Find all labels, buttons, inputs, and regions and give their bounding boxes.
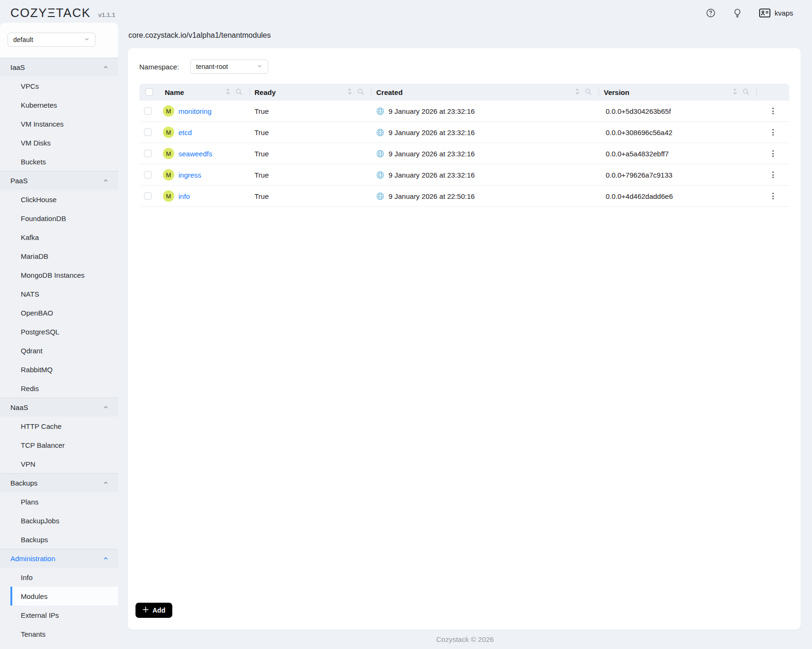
sidebar-item-vpn[interactable]: VPN <box>0 454 118 473</box>
sidebar-item-label: OpenBAO <box>21 309 53 317</box>
sidebar-item-mariadb[interactable]: MariaDB <box>0 247 118 265</box>
kebab-menu-icon[interactable] <box>770 169 777 180</box>
help-icon[interactable] <box>706 8 716 18</box>
sidebar-item-redis[interactable]: Redis <box>0 379 118 398</box>
module-name-link[interactable]: seaweedfs <box>178 150 212 158</box>
row-ready-cell: True <box>250 186 372 206</box>
sidebar-item-modules[interactable]: Modules <box>10 587 118 606</box>
sidebar-item-http-cache[interactable]: HTTP Cache <box>0 417 118 436</box>
sidebar-item-nats[interactable]: NATS <box>0 284 118 303</box>
column-header-version[interactable]: Version <box>599 84 757 101</box>
row-created-cell: 9 January 2026 at 23:32:16 <box>372 143 599 164</box>
sidebar-section-backups[interactable]: Backups <box>0 473 118 492</box>
sidebar-section-administration[interactable]: Administration <box>0 549 118 568</box>
sidebar-item-vpcs[interactable]: VPCs <box>0 77 118 95</box>
chevron-up-icon <box>103 403 109 411</box>
sidebar-item-kafka[interactable]: Kafka <box>0 228 118 247</box>
kebab-menu-icon[interactable] <box>770 148 777 159</box>
sidebar-section-iaas[interactable]: IaaS <box>0 58 118 77</box>
cluster-select-box: default <box>0 23 118 58</box>
created-value: 9 January 2026 at 23:32:16 <box>389 150 475 158</box>
sidebar-item-plans[interactable]: Plans <box>0 492 118 511</box>
sort-icon[interactable] <box>225 88 230 96</box>
sidebar-item-info[interactable]: Info <box>0 568 118 587</box>
row-created-cell: 9 January 2026 at 23:32:16 <box>372 164 599 185</box>
module-badge: M <box>163 190 174 202</box>
row-actions-cell <box>757 101 789 121</box>
sidebar-item-backups[interactable]: Backups <box>0 530 118 549</box>
search-icon[interactable] <box>236 88 242 96</box>
namespace-label: Namespace: <box>139 63 179 71</box>
sidebar-item-rabbitmq[interactable]: RabbitMQ <box>0 360 118 379</box>
created-value: 9 January 2026 at 22:50:16 <box>389 192 475 200</box>
sidebar-item-buckets[interactable]: Buckets <box>0 152 118 171</box>
sidebar-item-vm-instances[interactable]: VM Instances <box>0 114 118 133</box>
sidebar-item-label: VPN <box>21 460 35 468</box>
sidebar-item-tcp-balancer[interactable]: TCP Balancer <box>0 436 118 454</box>
row-checkbox[interactable] <box>144 107 152 115</box>
user-menu[interactable]: kvaps <box>759 9 793 17</box>
plus-icon <box>143 606 149 614</box>
chevron-up-icon <box>103 479 109 487</box>
namespace-select[interactable]: tenant-root <box>190 60 268 74</box>
row-ready-cell: True <box>250 101 372 121</box>
sidebar-item-label: Plans <box>21 498 39 506</box>
sort-icon[interactable] <box>575 88 580 96</box>
row-checkbox[interactable] <box>144 128 152 136</box>
column-header-created[interactable]: Created <box>372 84 599 101</box>
sidebar-item-label: VM Disks <box>21 139 51 147</box>
kebab-menu-icon[interactable] <box>770 190 777 202</box>
table-row: M ingress True 9 January 2026 at 23:32:1… <box>139 164 789 186</box>
sidebar-item-kubernetes[interactable]: Kubernetes <box>0 95 118 114</box>
sidebar-item-qdrant[interactable]: Qdrant <box>0 341 118 360</box>
sidebar-section-paas[interactable]: PaaS <box>0 171 118 190</box>
sidebar-item-label: VPCs <box>21 82 39 90</box>
bulb-icon[interactable] <box>733 8 742 18</box>
sidebar-item-label: BackupJobs <box>21 517 59 525</box>
module-badge: M <box>163 105 174 117</box>
module-name-link[interactable]: etcd <box>178 128 192 137</box>
cluster-select[interactable]: default <box>8 33 95 47</box>
sidebar-item-foundationdb[interactable]: FoundationDB <box>0 209 118 228</box>
topbar: COZYΞTACK v1.1.1 kvaps <box>0 0 812 23</box>
created-value: 9 January 2026 at 23:32:16 <box>389 171 475 179</box>
sidebar-item-external-ips[interactable]: External IPs <box>0 606 118 624</box>
column-header-name[interactable]: Name <box>160 84 250 101</box>
module-name-link[interactable]: info <box>178 192 190 200</box>
search-icon[interactable] <box>357 88 364 96</box>
sidebar-section-items: VPCs Kubernetes VM Instances VM Disks Bu… <box>0 77 118 171</box>
sidebar-item-label: Tenants <box>21 630 46 638</box>
search-icon[interactable] <box>743 88 749 96</box>
add-button[interactable]: Add <box>135 603 172 618</box>
kebab-menu-icon[interactable] <box>770 127 777 138</box>
sort-icon[interactable] <box>732 88 737 96</box>
search-icon[interactable] <box>585 88 592 96</box>
sidebar-item-vm-disks[interactable]: VM Disks <box>0 133 118 152</box>
sidebar-item-label: NATS <box>21 290 39 298</box>
sidebar-section-naas[interactable]: NaaS <box>0 398 118 417</box>
footer-text: Cozystack © 2026 <box>436 635 494 643</box>
row-checkbox[interactable] <box>144 192 152 200</box>
created-value: 9 January 2026 at 23:32:16 <box>389 128 475 137</box>
sidebar-item-label: MariaDB <box>21 252 48 260</box>
sidebar-section-label: Backups <box>10 479 38 487</box>
column-header-ready[interactable]: Ready <box>250 84 372 101</box>
sort-icon[interactable] <box>347 88 352 96</box>
module-name-link[interactable]: ingress <box>178 171 201 179</box>
sidebar-item-mongodb-instances[interactable]: MongoDB Instances <box>0 265 118 284</box>
select-all-checkbox[interactable] <box>145 88 153 96</box>
table-body: M monitoring True 9 January 2026 at 23:3… <box>139 101 789 207</box>
kebab-menu-icon[interactable] <box>770 105 777 117</box>
sidebar-item-backupjobs[interactable]: BackupJobs <box>0 511 118 530</box>
sidebar-item-openbao[interactable]: OpenBAO <box>0 303 118 322</box>
sidebar-item-tenants[interactable]: Tenants <box>0 624 118 643</box>
module-name-link[interactable]: monitoring <box>178 107 211 115</box>
table-header: Name Ready Created <box>139 84 789 101</box>
row-name-cell: M ingress <box>160 164 250 185</box>
sidebar-item-postgresql[interactable]: PostgreSQL <box>0 322 118 341</box>
row-checkbox[interactable] <box>144 171 152 179</box>
row-checkbox[interactable] <box>144 150 152 157</box>
sidebar-item-clickhouse[interactable]: ClickHouse <box>0 190 118 209</box>
row-checkbox-cell <box>139 143 160 164</box>
globe-icon <box>376 171 384 179</box>
